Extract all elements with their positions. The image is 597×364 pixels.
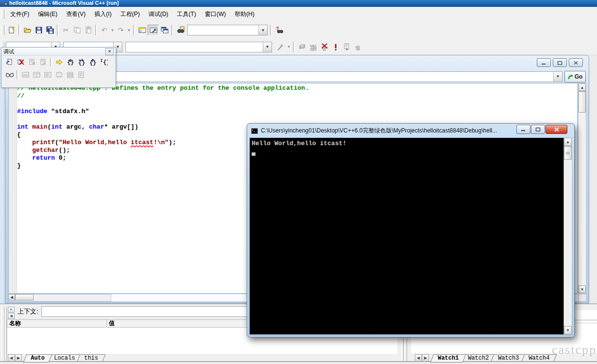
window-list-button[interactable]: [159, 25, 170, 36]
menu-edit[interactable]: 编辑(E): [34, 9, 62, 19]
find-in-files-icon: [177, 26, 185, 34]
editor-vertical-scrollbar[interactable]: ▲ ▼: [578, 83, 586, 294]
menu-help[interactable]: 帮助(H): [230, 9, 259, 19]
breakpoint-margin[interactable]: [9, 83, 17, 293]
break-execution-button[interactable]: [26, 57, 37, 67]
document-minimize-button[interactable]: [537, 58, 551, 67]
search-dropdown-button[interactable]: ▼: [258, 25, 267, 35]
redo-button[interactable]: ↷: [115, 25, 126, 36]
execute-program-button[interactable]: [330, 41, 341, 52]
open-file-icon: [24, 26, 32, 34]
run-to-cursor-button[interactable]: {}: [98, 57, 109, 67]
go-arrow-icon: [568, 73, 574, 80]
go-button[interactable]: Go: [564, 71, 586, 83]
profile-button[interactable]: [341, 41, 352, 52]
save-button[interactable]: [33, 25, 44, 36]
call-stack-button[interactable]: [65, 69, 76, 80]
build-button[interactable]: [307, 41, 319, 52]
scrollbar-thumb[interactable]: [15, 294, 34, 300]
tab-watch1[interactable]: Watch1: [430, 354, 466, 363]
output-toggle-button[interactable]: [148, 25, 159, 36]
workspace-toggle-button[interactable]: [136, 25, 148, 36]
configuration-combobox[interactable]: ▼: [125, 42, 272, 52]
configuration-combo-dropdown[interactable]: ▼: [263, 42, 272, 52]
dock-edge: [0, 55, 4, 303]
registers-window-button[interactable]: [42, 69, 53, 80]
scrollbar-thumb[interactable]: [579, 91, 586, 113]
pause-hand-button[interactable]: [352, 41, 363, 52]
undo-button[interactable]: ↶: [99, 25, 110, 36]
save-all-button[interactable]: [44, 25, 55, 36]
scroll-up-button[interactable]: ▲: [579, 83, 586, 91]
document-restore-button[interactable]: [553, 58, 567, 67]
console-output-line: Hello World,hello itcast!: [252, 140, 346, 148]
search-combobox[interactable]: ▼: [187, 25, 268, 35]
panel-dock-grip[interactable]: [1, 307, 7, 361]
apply-code-changes-button[interactable]: [37, 57, 49, 67]
compile-button[interactable]: [296, 41, 307, 52]
toolbar-separator: [270, 25, 272, 35]
search-help-button[interactable]: ?: [273, 25, 285, 36]
menu-view[interactable]: 查看(V): [62, 9, 90, 19]
scroll-left-button[interactable]: ◀: [8, 294, 15, 300]
wizard-action-dropdown[interactable]: ▼: [286, 41, 291, 52]
toolbar-grip[interactable]: [1, 25, 4, 35]
resize-grip[interactable]: [578, 294, 586, 301]
menu-file[interactable]: 文件(F): [6, 9, 34, 19]
stop-build-icon: [321, 43, 328, 51]
tab-scroll-right-button[interactable]: ▶: [15, 354, 22, 362]
tab-scroll-left-button[interactable]: ◀: [415, 354, 422, 362]
show-next-statement-button[interactable]: [53, 57, 65, 67]
copy-icon: [73, 26, 81, 34]
code-line: //: [17, 92, 577, 100]
console-window[interactable]: C:\Users\yincheng01\Desktop\VC++6.0完整绿色版…: [247, 123, 575, 337]
redo-dropdown[interactable]: ▼: [126, 25, 132, 36]
restart-button[interactable]: [4, 57, 15, 67]
step-into-button[interactable]: {}: [65, 57, 76, 67]
console-minimize-button[interactable]: [516, 125, 530, 134]
memory-window-button[interactable]: [53, 69, 65, 80]
step-out-button[interactable]: {}: [87, 57, 98, 67]
menu-grip[interactable]: [1, 9, 4, 19]
menu-project[interactable]: 工程(P): [116, 9, 144, 19]
watch-window-button[interactable]: [20, 69, 31, 80]
palette-close-button[interactable]: ❌︎: [105, 48, 114, 55]
console-scrollbar[interactable]: ▲ ▼: [563, 138, 572, 334]
disassembly-button[interactable]: [76, 69, 87, 80]
palette-title-bar[interactable]: 调试 ❌︎: [1, 48, 116, 56]
panel-close-button[interactable]: ✕: [8, 307, 15, 313]
tab-scroll-right-button[interactable]: ▶: [422, 354, 429, 362]
variables-window-button[interactable]: [31, 69, 42, 80]
stop-debugging-button[interactable]: [15, 57, 26, 67]
document-close-button[interactable]: [569, 58, 583, 67]
toolbar-separator: [18, 25, 20, 35]
console-client-area[interactable]: Hello World,hello itcast! ▲ ▼: [250, 138, 572, 334]
menu-insert[interactable]: 插入(I): [90, 9, 116, 19]
column-name-header[interactable]: 名称: [7, 320, 107, 327]
quickwatch-button[interactable]: [4, 69, 15, 80]
function-combo-dropdown[interactable]: ▼: [553, 72, 562, 82]
scroll-down-button[interactable]: ▼: [579, 285, 586, 293]
paste-button[interactable]: [83, 25, 94, 36]
copy-button[interactable]: [71, 25, 83, 36]
console-maximize-button[interactable]: [531, 125, 545, 134]
undo-dropdown[interactable]: ▼: [110, 25, 115, 36]
tab-scroll-left-button[interactable]: ◀: [8, 354, 15, 362]
open-file-button[interactable]: [22, 25, 33, 36]
scrollbar-thumb[interactable]: [564, 146, 572, 160]
new-file-button[interactable]: [6, 25, 17, 36]
panel-collapse-button[interactable]: ◀: [8, 313, 15, 319]
cut-button[interactable]: ✂: [60, 25, 71, 36]
menu-window[interactable]: 窗口(W): [201, 9, 230, 19]
tab-auto[interactable]: Auto: [23, 354, 52, 363]
stop-build-button[interactable]: [319, 41, 330, 52]
step-over-button[interactable]: {}: [76, 57, 87, 67]
menu-tools[interactable]: 工具(T): [172, 9, 200, 19]
wizard-action-button[interactable]: [275, 41, 286, 52]
menu-debug[interactable]: 调试(D): [144, 9, 173, 19]
console-title-bar[interactable]: C:\Users\yincheng01\Desktop\VC++6.0完整绿色版…: [247, 124, 574, 138]
find-in-files-button[interactable]: [175, 25, 186, 36]
scroll-up-button[interactable]: ▲: [564, 138, 572, 146]
scroll-down-button[interactable]: ▼: [564, 326, 572, 334]
console-close-button[interactable]: [546, 125, 567, 134]
